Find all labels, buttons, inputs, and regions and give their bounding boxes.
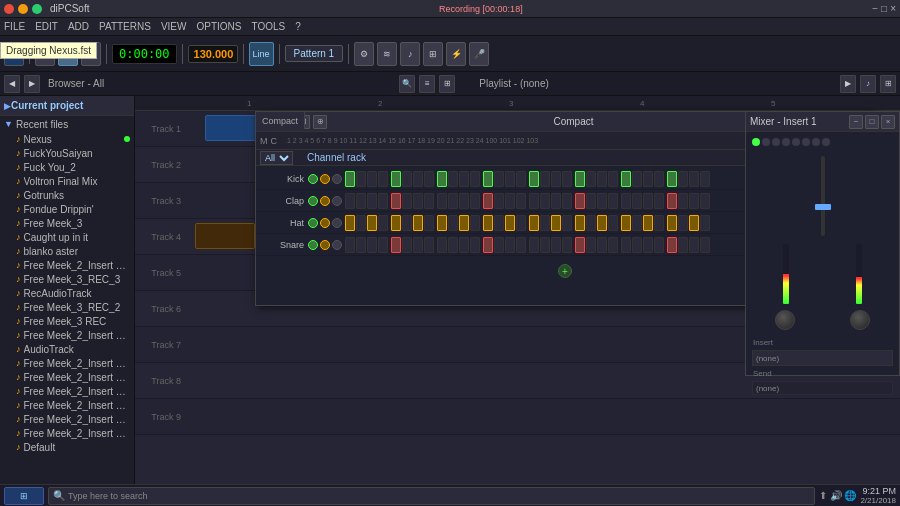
beat-cell-2-31[interactable] <box>700 215 710 231</box>
sidebar-item-13[interactable]: ♪ Free Meek_3 REC <box>0 314 134 328</box>
beat-cell-3-9[interactable] <box>448 237 458 253</box>
beat-cell-3-16[interactable] <box>529 237 539 253</box>
mixer-max-btn[interactable]: □ <box>865 115 879 129</box>
beat-cell-1-24[interactable] <box>621 193 631 209</box>
sidebar-item-15[interactable]: ♪ AudioTrack <box>0 342 134 356</box>
bpm-display[interactable]: 130.000 <box>188 45 238 63</box>
sidebar-item-18[interactable]: ♪ Free Meek_2_Insert 9_40 <box>0 384 134 398</box>
beat-cell-0-0[interactable] <box>345 171 355 187</box>
tb2-list[interactable]: ≡ <box>419 75 435 93</box>
tb2-forward[interactable]: ▶ <box>24 75 40 93</box>
mixer-knob-vol[interactable] <box>850 310 870 330</box>
beat-cell-2-25[interactable] <box>632 215 642 231</box>
beat-cell-1-2[interactable] <box>367 193 377 209</box>
beat-cell-2-17[interactable] <box>540 215 550 231</box>
beat-cell-0-30[interactable] <box>689 171 699 187</box>
tb2-grid[interactable]: ⊞ <box>439 75 455 93</box>
sidebar-item-3[interactable]: ♪ Voltron Final Mix <box>0 174 134 188</box>
beat-cell-0-8[interactable] <box>437 171 447 187</box>
beat-cell-3-11[interactable] <box>470 237 480 253</box>
beat-cell-2-15[interactable] <box>516 215 526 231</box>
beat-cell-0-1[interactable] <box>356 171 366 187</box>
tb-piano[interactable]: ♪ <box>400 42 420 66</box>
beat-cell-3-25[interactable] <box>632 237 642 253</box>
beat-cell-2-7[interactable] <box>424 215 434 231</box>
beat-cell-3-13[interactable] <box>494 237 504 253</box>
beat-cell-0-19[interactable] <box>562 171 572 187</box>
menu-patterns[interactable]: PATTERNS <box>99 21 151 32</box>
beat-cell-0-18[interactable] <box>551 171 561 187</box>
tb2-step[interactable]: ⊞ <box>880 75 896 93</box>
beat-cell-2-30[interactable] <box>689 215 699 231</box>
be-yellow-btn-0[interactable] <box>320 174 330 184</box>
beat-cell-0-22[interactable] <box>597 171 607 187</box>
beat-cell-1-11[interactable] <box>470 193 480 209</box>
beat-cell-3-24[interactable] <box>621 237 631 253</box>
beat-cell-3-12[interactable] <box>483 237 493 253</box>
beat-cell-1-5[interactable] <box>402 193 412 209</box>
mixer-insert-slot[interactable]: (none) <box>752 350 893 366</box>
beat-cell-2-13[interactable] <box>494 215 504 231</box>
beat-cell-3-7[interactable] <box>424 237 434 253</box>
beat-cell-3-18[interactable] <box>551 237 561 253</box>
beat-cell-2-20[interactable] <box>575 215 585 231</box>
close-button[interactable] <box>4 4 14 14</box>
tb2-search[interactable]: 🔍 <box>399 75 415 93</box>
sidebar-item-12[interactable]: ♪ Free Meek_3_REC_2 <box>0 300 134 314</box>
title-close-icon[interactable]: × <box>890 3 896 14</box>
be-green-btn-3[interactable] <box>308 240 318 250</box>
mixer-send-slot[interactable]: (none) <box>752 381 893 395</box>
beat-cell-1-14[interactable] <box>505 193 515 209</box>
beat-cell-1-28[interactable] <box>667 193 677 209</box>
menu-edit[interactable]: EDIT <box>35 21 58 32</box>
be-channel-select[interactable]: All <box>260 151 293 165</box>
beat-cell-0-15[interactable] <box>516 171 526 187</box>
beat-cell-1-27[interactable] <box>654 193 664 209</box>
beat-cell-1-30[interactable] <box>689 193 699 209</box>
beat-cell-3-15[interactable] <box>516 237 526 253</box>
beat-cell-2-1[interactable] <box>356 215 366 231</box>
beat-cell-2-28[interactable] <box>667 215 677 231</box>
beat-cell-1-21[interactable] <box>586 193 596 209</box>
mixer-min-btn[interactable]: − <box>849 115 863 129</box>
beat-cell-0-25[interactable] <box>632 171 642 187</box>
tb-mixer-btn[interactable]: ⊞ <box>423 42 443 66</box>
beat-cell-2-2[interactable] <box>367 215 377 231</box>
beat-cell-0-3[interactable] <box>378 171 388 187</box>
beat-cell-2-6[interactable] <box>413 215 423 231</box>
beat-cell-0-5[interactable] <box>402 171 412 187</box>
beat-cell-3-6[interactable] <box>413 237 423 253</box>
sidebar-item-10[interactable]: ♪ Free Meek_3_REC_3 <box>0 272 134 286</box>
compact-tab[interactable]: Compact <box>255 111 305 129</box>
be-white-btn-1[interactable] <box>332 196 342 206</box>
sidebar-item-16[interactable]: ♪ Free Meek_2_Insert 9_39 <box>0 356 134 370</box>
beat-cell-3-5[interactable] <box>402 237 412 253</box>
tb-mode-line[interactable]: Line <box>249 42 274 66</box>
beat-cell-1-9[interactable] <box>448 193 458 209</box>
title-min-icon[interactable]: − <box>872 3 878 14</box>
tb2-playlist-btn[interactable]: ▶ <box>840 75 856 93</box>
beat-cell-3-30[interactable] <box>689 237 699 253</box>
beat-cell-2-12[interactable] <box>483 215 493 231</box>
sidebar-item-0[interactable]: ♪ Nexus <box>0 132 134 146</box>
sidebar-item-20[interactable]: ♪ Free Meek_2_Insert 9_36 <box>0 412 134 426</box>
sidebar-item-1[interactable]: ♪ FuckYouSaiyan <box>0 146 134 160</box>
beat-cell-2-16[interactable] <box>529 215 539 231</box>
beat-cell-1-22[interactable] <box>597 193 607 209</box>
beat-cell-1-16[interactable] <box>529 193 539 209</box>
menu-file[interactable]: FILE <box>4 21 25 32</box>
mixer-led-6[interactable] <box>802 138 810 146</box>
beat-cell-1-1[interactable] <box>356 193 366 209</box>
beat-cell-0-2[interactable] <box>367 171 377 187</box>
beat-cell-2-9[interactable] <box>448 215 458 231</box>
beat-cell-3-23[interactable] <box>608 237 618 253</box>
beat-cell-0-27[interactable] <box>654 171 664 187</box>
beat-cell-1-23[interactable] <box>608 193 618 209</box>
beat-cell-3-10[interactable] <box>459 237 469 253</box>
beat-cell-3-19[interactable] <box>562 237 572 253</box>
beat-cell-3-26[interactable] <box>643 237 653 253</box>
beat-cell-2-8[interactable] <box>437 215 447 231</box>
be-add-channel-btn[interactable]: + <box>558 264 572 278</box>
beat-cell-1-18[interactable] <box>551 193 561 209</box>
beat-cell-0-12[interactable] <box>483 171 493 187</box>
